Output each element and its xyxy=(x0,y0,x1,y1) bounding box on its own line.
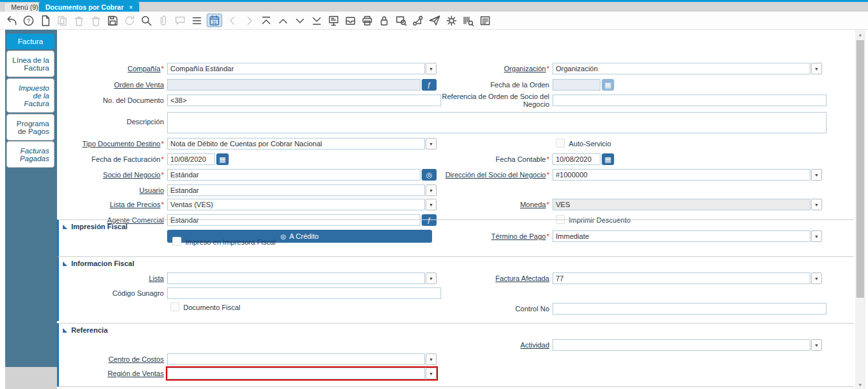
direccion-socio-value[interactable]: #1000000 xyxy=(553,169,810,181)
tipo-documento-destino-value[interactable]: Nota de Débito de Cuentas por Cobrar Nac… xyxy=(167,138,425,150)
process-icon[interactable] xyxy=(444,14,458,27)
descripcion-textarea[interactable] xyxy=(167,112,827,133)
sidebar-tab-linea-de-la-factura[interactable]: Línea de la Factura xyxy=(6,50,54,77)
control-no-input[interactable] xyxy=(553,303,827,315)
impreso-en-impresora-fiscal-checkbox[interactable] xyxy=(172,237,181,246)
orden-de-venta-lookup-button[interactable]: ƒ xyxy=(422,79,437,91)
usuario-dropdown-icon[interactable]: ▼ xyxy=(426,184,437,196)
organizacion-dropdown-icon[interactable]: ▼ xyxy=(811,63,822,74)
direccion-socio-label[interactable]: Dirección del Socio del Negocio* xyxy=(439,171,549,179)
socio-del-negocio-value[interactable]: Estándar xyxy=(167,169,420,181)
calendar-icon[interactable]: 31 xyxy=(207,14,222,27)
factura-afectada-dropdown-icon[interactable]: ▼ xyxy=(811,272,822,284)
moneda-label[interactable]: Moneda* xyxy=(439,201,549,208)
lista-combo[interactable]: ▼ xyxy=(167,272,437,284)
sidebar-tab-facturas-pagadas[interactable]: Facturas Pagadas xyxy=(6,141,54,168)
actividad-dropdown-icon[interactable]: ▼ xyxy=(811,339,822,351)
sidebar-tab-programa-de-pagos[interactable]: Programa de Pagos xyxy=(6,114,54,140)
form-panel-icon[interactable] xyxy=(478,14,492,27)
codigo-sunagro-input[interactable] xyxy=(167,287,441,299)
lista-de-precios-value[interactable]: Ventas (VES) xyxy=(167,199,425,210)
report-icon[interactable] xyxy=(326,14,340,27)
lista-de-precios-combo[interactable]: Ventas (VES) ▼ xyxy=(167,199,437,210)
moneda-dropdown-icon[interactable]: ▼ xyxy=(811,199,822,210)
organizacion-label[interactable]: Organización* xyxy=(439,65,549,72)
fecha-de-la-orden-calendar-button[interactable]: ▦ xyxy=(602,79,614,91)
fecha-contable-field[interactable]: ▦ xyxy=(553,153,614,165)
compania-combo[interactable]: Compañía Estándar ▼ xyxy=(167,63,437,74)
find-icon[interactable] xyxy=(139,14,153,27)
section-impresion-fiscal-header[interactable]: Impresión Fiscal xyxy=(63,223,128,230)
socio-del-negocio-info-button[interactable]: ◎ xyxy=(422,169,437,181)
archive-icon[interactable] xyxy=(343,14,357,27)
vertical-scrollbar[interactable]: ▲ ▼ xyxy=(855,30,865,389)
centro-de-costos-label[interactable]: Centro de Costos xyxy=(39,355,164,363)
help-icon[interactable]: ? xyxy=(21,14,35,27)
section-referencia-header[interactable]: Referencia xyxy=(63,326,108,334)
save-icon[interactable] xyxy=(106,14,119,27)
new-record-icon[interactable] xyxy=(38,14,52,27)
lock-icon[interactable] xyxy=(377,14,391,27)
usuario-value[interactable]: Estandar xyxy=(167,184,425,196)
region-de-ventas-combo[interactable]: ▼ xyxy=(167,368,437,379)
lista-label[interactable]: Lista xyxy=(39,274,164,282)
organizacion-combo[interactable]: Organización ▼ xyxy=(553,63,822,74)
scrollbar-thumb[interactable] xyxy=(856,40,864,298)
next-record-icon[interactable] xyxy=(293,14,306,27)
previous-record-icon[interactable] xyxy=(276,14,290,27)
documento-fiscal-checkbox[interactable] xyxy=(170,302,179,311)
workflow-icon[interactable] xyxy=(411,14,424,27)
close-tab-icon[interactable]: × xyxy=(129,3,133,11)
organizacion-value[interactable]: Organización xyxy=(553,63,810,74)
lista-value[interactable] xyxy=(167,272,425,284)
compania-value[interactable]: Compañía Estándar xyxy=(167,63,425,74)
sidebar-tab-factura[interactable]: Factura xyxy=(6,34,54,49)
request-icon[interactable] xyxy=(428,14,441,27)
direccion-socio-combo[interactable]: #1000000 ▼ xyxy=(553,169,822,181)
moneda-combo[interactable]: VES ▼ xyxy=(553,199,822,210)
fecha-de-facturacion-field[interactable]: ▦ xyxy=(167,153,229,165)
centro-de-costos-value[interactable] xyxy=(167,353,425,365)
usuario-combo[interactable]: Estandar ▼ xyxy=(167,184,437,196)
factura-afectada-combo[interactable]: 77 ▼ xyxy=(553,272,822,284)
sidebar-tab-impuesto-de-la-factura[interactable]: Impuesto de la Factura xyxy=(6,78,54,113)
fecha-de-facturacion-input[interactable] xyxy=(167,153,215,165)
fecha-contable-input[interactable] xyxy=(553,153,600,165)
orden-de-venta-field[interactable]: ƒ xyxy=(167,79,437,91)
referencia-orden-input[interactable] xyxy=(553,94,827,106)
usuario-label[interactable]: Usuario xyxy=(39,186,164,194)
region-de-ventas-dropdown-icon[interactable]: ▼ xyxy=(426,368,437,379)
region-de-ventas-value[interactable] xyxy=(167,368,425,379)
actividad-combo[interactable]: ▼ xyxy=(553,339,822,351)
no-del-documento-input[interactable] xyxy=(167,94,441,106)
product-info-icon[interactable] xyxy=(461,14,475,27)
compania-dropdown-icon[interactable]: ▼ xyxy=(426,63,437,74)
tipo-documento-destino-label[interactable]: Tipo Documento Destino* xyxy=(39,140,164,148)
actividad-label[interactable]: Actividad xyxy=(439,341,549,349)
auto-servicio-checkbox[interactable] xyxy=(556,139,565,148)
section-informacion-fiscal-header[interactable]: Informacion Fiscal xyxy=(63,260,134,267)
centro-de-costos-combo[interactable]: ▼ xyxy=(167,353,437,365)
grid-toggle-icon[interactable] xyxy=(190,14,203,27)
fecha-de-facturacion-calendar-button[interactable]: ▦ xyxy=(216,153,229,165)
lista-de-precios-label[interactable]: Lista de Precios* xyxy=(39,201,164,208)
scroll-down-icon[interactable]: ▼ xyxy=(855,380,865,389)
lista-dropdown-icon[interactable]: ▼ xyxy=(426,272,437,284)
orden-de-venta-label[interactable]: Orden de Venta xyxy=(39,81,164,89)
direccion-socio-dropdown-icon[interactable]: ▼ xyxy=(811,169,822,181)
lista-de-precios-dropdown-icon[interactable]: ▼ xyxy=(426,199,437,210)
tab-documentos-por-cobrar[interactable]: Documentos por Cobrar × xyxy=(39,2,139,12)
scroll-up-icon[interactable]: ▲ xyxy=(855,30,865,39)
region-de-ventas-label[interactable]: Región de Ventas xyxy=(39,370,164,377)
factura-afectada-value[interactable]: 77 xyxy=(553,272,810,284)
socio-del-negocio-label[interactable]: Socio del Negocio* xyxy=(39,171,164,179)
compania-label[interactable]: Compañía* xyxy=(39,65,164,72)
last-record-icon[interactable] xyxy=(310,14,323,27)
first-record-icon[interactable] xyxy=(259,14,273,27)
factura-afectada-label[interactable]: Factura Afectada xyxy=(439,274,549,282)
fecha-contable-calendar-button[interactable]: ▦ xyxy=(602,153,614,165)
actividad-value[interactable] xyxy=(553,339,810,351)
print-icon[interactable] xyxy=(360,14,374,27)
fecha-de-la-orden-field[interactable]: ▦ xyxy=(553,79,614,91)
undo-icon[interactable] xyxy=(5,14,18,27)
